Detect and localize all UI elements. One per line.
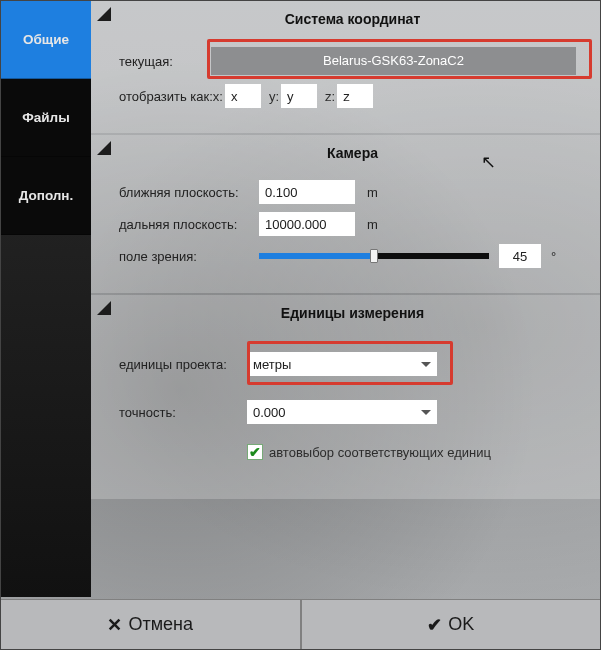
near-plane-input[interactable] [259, 180, 355, 204]
auto-units-checkbox[interactable]: ✔ автовыбор соответствующих единиц [247, 444, 491, 460]
project-units-value: метры [253, 357, 291, 372]
fov-slider-thumb[interactable] [370, 249, 378, 263]
collapse-icon[interactable] [97, 141, 111, 155]
axis-z-input[interactable] [337, 84, 373, 108]
sidebar: Общие Файлы Дополн. [1, 1, 91, 597]
precision-value: 0.000 [253, 405, 286, 420]
current-crs-label: текущая: [119, 54, 207, 69]
panel-title-coords: Система координат [119, 7, 586, 39]
ok-button[interactable]: ✔ OK [300, 599, 601, 649]
chevron-down-icon [421, 410, 431, 415]
collapse-icon[interactable] [97, 7, 111, 21]
axis-x-input[interactable] [225, 84, 261, 108]
display-as-label: отобразить как: [119, 89, 213, 104]
fov-label: поле зрения: [119, 249, 259, 264]
tab-additional[interactable]: Дополн. [1, 157, 91, 235]
close-icon: ✕ [107, 614, 122, 636]
main-panel: Система координат текущая: Belarus-GSK63… [91, 1, 600, 597]
fov-slider[interactable] [259, 246, 489, 266]
panel-title-camera: Камера [119, 141, 586, 173]
fov-slider-fill [259, 253, 374, 259]
project-units-label: единицы проекта: [119, 357, 247, 372]
tab-files[interactable]: Файлы [1, 79, 91, 157]
precision-select[interactable]: 0.000 [247, 400, 437, 424]
fov-input[interactable] [499, 244, 541, 268]
current-crs-button[interactable]: Belarus-GSK63-ZonaC2 [211, 47, 576, 75]
far-plane-unit: m [367, 217, 378, 232]
cancel-label: Отмена [128, 614, 193, 635]
near-plane-unit: m [367, 185, 378, 200]
near-plane-label: ближняя плоскость: [119, 185, 259, 200]
panel-coord-system: Система координат текущая: Belarus-GSK63… [91, 1, 600, 133]
chevron-down-icon [421, 362, 431, 367]
panel-units: Единицы измерения единицы проекта: метры… [91, 295, 600, 499]
check-icon: ✔ [247, 444, 263, 460]
check-icon: ✔ [427, 614, 442, 636]
cancel-button[interactable]: ✕ Отмена [1, 599, 300, 649]
tab-general[interactable]: Общие [1, 1, 91, 79]
project-units-select[interactable]: метры [247, 352, 437, 376]
fov-unit: ° [551, 249, 556, 264]
axis-y-input[interactable] [281, 84, 317, 108]
axis-y-label: y: [269, 89, 279, 104]
footer: ✕ Отмена ✔ OK [1, 599, 600, 649]
ok-label: OK [448, 614, 474, 635]
axis-x-label: x: [213, 89, 223, 104]
panel-camera: Камера ближняя плоскость: m дальняя плос… [91, 135, 600, 293]
precision-label: точность: [119, 405, 247, 420]
auto-units-label: автовыбор соответствующих единиц [269, 445, 491, 460]
far-plane-input[interactable] [259, 212, 355, 236]
axis-z-label: z: [325, 89, 335, 104]
collapse-icon[interactable] [97, 301, 111, 315]
far-plane-label: дальняя плоскость: [119, 217, 259, 232]
panel-title-units: Единицы измерения [119, 301, 586, 333]
